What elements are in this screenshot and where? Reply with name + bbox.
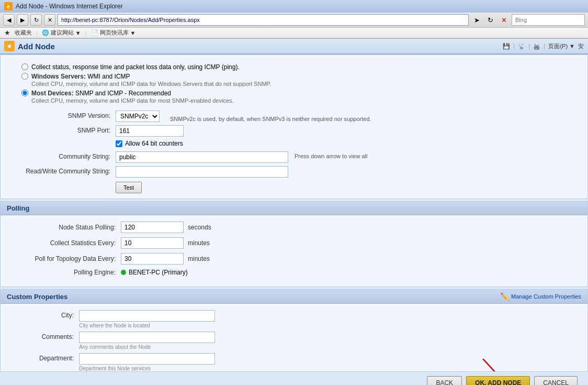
custom-props-header: Custom Properties ✏️ Manage Custom Prope… <box>1 290 587 304</box>
department-field-wrap: Department this Node services <box>79 353 215 371</box>
community-string-row: Community String: Press down arrow to vi… <box>11 151 577 163</box>
polling-engine-value: BENET-PC (Primary) <box>129 269 188 276</box>
back-button[interactable]: ◀ <box>3 14 15 26</box>
nav-bar: ◀ ▶ ↻ ✕ ➤ ↻ ✕ <box>0 13 588 28</box>
comments-input[interactable] <box>79 332 215 343</box>
rw-community-label: Read/Write Community String: <box>11 166 116 175</box>
ie-icon: e <box>4 2 13 10</box>
comments-field-wrap: Any comments about the Node <box>79 332 215 350</box>
node-status-label: Node Status Polling: <box>16 224 121 231</box>
toolbar-save-icon[interactable]: 💾 <box>503 43 510 50</box>
polling-engine-value-area: BENET-PC (Primary) <box>121 269 188 276</box>
collect-stats-input[interactable] <box>121 237 184 249</box>
community-input[interactable] <box>116 151 288 163</box>
toolbar-safety-label[interactable]: 安 <box>578 42 584 50</box>
manage-custom-props-link[interactable]: ✏️ Manage Custom Properties <box>500 292 581 301</box>
poll-topology-input[interactable] <box>121 253 184 265</box>
city-hint: City where the Node is located <box>79 323 215 328</box>
app-icon: ★ <box>4 41 15 51</box>
toolbar-print-icon[interactable]: 🖨️ <box>533 43 540 50</box>
title-bar: e Add Node - Windows Internet Explorer <box>0 0 588 13</box>
collect-stats-unit: minutes <box>188 239 210 247</box>
test-button[interactable]: Test <box>116 182 142 193</box>
main-content: Collect status, response time and packet… <box>0 54 588 371</box>
cancel-button[interactable]: CANCEL <box>534 376 578 385</box>
department-input[interactable] <box>79 353 215 365</box>
radio-icmp[interactable] <box>21 63 28 70</box>
page-title: Add Node <box>18 42 55 51</box>
snmp-port-input[interactable] <box>116 125 184 137</box>
radio-section: Collect status, response time and packet… <box>11 60 577 104</box>
most-label-suffix: SNMP and ICMP - Recommended <box>75 90 171 97</box>
refresh-button[interactable]: ↻ <box>30 14 42 26</box>
community-control <box>116 151 288 163</box>
go-button[interactable]: ➤ <box>471 14 482 26</box>
city-label: City: <box>16 310 79 319</box>
comments-hint: Any comments about the Node <box>79 344 215 350</box>
custom-properties-section: Custom Properties ✏️ Manage Custom Prope… <box>0 289 588 371</box>
allow-64bit-label: Allow 64 bit counters <box>125 140 183 147</box>
fav-label: 收藏夹 <box>15 29 32 37</box>
back-button[interactable]: BACK <box>427 376 462 385</box>
polling-engine-label: Polling Engine: <box>16 269 121 276</box>
polling-section: Polling Node Status Polling: seconds Col… <box>0 201 588 287</box>
polling-engine-row: Polling Engine: BENET-PC (Primary) <box>16 269 572 276</box>
fav-quickbar[interactable]: 📄 网页快讯库 ▼ <box>91 29 136 37</box>
snmp-version-label: SNMP Version: <box>11 111 116 119</box>
toolbar-page-label[interactable]: 页面(P) ▼ <box>548 42 575 50</box>
app-toolbar: ★ Add Node 💾 | 📡 | 🖨️ | 页面(P) ▼ 安 <box>0 39 588 54</box>
snmp-port-control <box>116 125 184 137</box>
snmp-section-body: Collect status, response time and packet… <box>1 55 587 199</box>
poll-topology-row: Poll for Topology Data Every: minutes <box>16 253 572 265</box>
allow-64bit-row: Allow 64 bit counters <box>116 140 577 147</box>
radio-icmp-row: Collect status, response time and packet… <box>21 63 567 71</box>
community-label: Community String: <box>11 151 116 160</box>
radio-most-row: Most Devices: SNMP and ICMP - Recommende… <box>21 90 567 104</box>
rw-community-input[interactable] <box>116 166 288 178</box>
department-label: Department: <box>16 353 79 362</box>
refresh-icon[interactable]: ↻ <box>484 14 496 26</box>
favorites-bar: ★ 收藏夹 | 🌐 建议网站 ▼ | 📄 网页快讯库 ▼ <box>0 28 588 38</box>
ok-add-node-button[interactable]: OK, ADD NODE <box>466 376 530 385</box>
search-input[interactable] <box>512 14 585 26</box>
toolbar-right: 💾 | 📡 | 🖨️ | 页面(P) ▼ 安 <box>503 42 584 50</box>
radio-windows-row: Windows Servers: WMI and ICMP Collect CP… <box>21 73 567 87</box>
poll-topology-unit: minutes <box>188 255 210 262</box>
stop-button[interactable]: ✕ <box>44 14 55 26</box>
custom-props-body: City: City where the Node is located Com… <box>1 304 587 371</box>
rw-community-row: Read/Write Community String: <box>11 166 577 178</box>
comments-label: Comments: <box>16 332 79 340</box>
polling-body: Node Status Polling: seconds Collect Sta… <box>1 215 587 287</box>
most-desc: Collect CPU, memory, volume and ICMP dat… <box>31 97 234 104</box>
node-status-row: Node Status Polling: seconds <box>16 222 572 233</box>
radio-most[interactable] <box>21 90 28 96</box>
address-bar[interactable] <box>58 14 469 26</box>
close-icon[interactable]: ✕ <box>498 14 510 26</box>
snmp-version-row: SNMP Version: SNMPv2c SNMPv1 SNMPv3 SNMP… <box>11 111 577 122</box>
collect-stats-row: Collect Statistics Every: minutes <box>16 237 572 249</box>
pencil-icon: ✏️ <box>500 292 509 301</box>
snmp-version-select[interactable]: SNMPv2c SNMPv1 SNMPv3 <box>116 111 160 122</box>
browser-title: Add Node - Windows Internet Explorer <box>16 3 123 10</box>
polling-header: Polling <box>1 202 587 215</box>
toolbar-rss-icon[interactable]: 📡 <box>518 43 525 50</box>
snmp-version-control: SNMPv2c SNMPv1 SNMPv3 <box>116 111 160 122</box>
city-input[interactable] <box>79 310 215 322</box>
manage-link-text: Manage Custom Properties <box>511 293 581 300</box>
fav-suggest[interactable]: 🌐 建议网站 ▼ <box>42 29 81 37</box>
windows-label: Windows Servers: <box>31 73 86 80</box>
snmp-port-label: SNMP Port: <box>11 125 116 134</box>
snmp-info-text: SNMPv2c is used, by default, when SNMPv3… <box>170 116 371 122</box>
windows-label-suffix: WMI and ICMP <box>87 73 130 80</box>
node-status-input[interactable] <box>121 222 184 233</box>
snmp-section: Collect status, response time and packet… <box>0 54 588 199</box>
windows-desc: Collect CPU, memory, volume and ICMP dat… <box>31 81 272 87</box>
collect-stats-label: Collect Statistics Every: <box>16 239 121 247</box>
forward-button[interactable]: ▶ <box>17 14 28 26</box>
city-field-wrap: City where the Node is located <box>79 310 215 328</box>
city-row: City: City where the Node is located <box>16 310 572 328</box>
most-label: Most Devices: <box>31 90 74 97</box>
radio-windows[interactable] <box>21 73 28 80</box>
allow-64bit-checkbox[interactable] <box>116 140 122 147</box>
svg-line-1 <box>483 359 514 371</box>
